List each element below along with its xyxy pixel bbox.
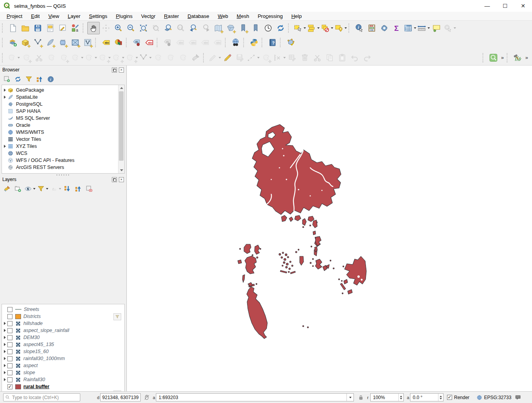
menu-settings[interactable]: Settings xyxy=(85,12,111,20)
open-project-button[interactable] xyxy=(19,22,32,34)
menu-project[interactable]: Project xyxy=(2,12,27,20)
identify-features-button[interactable] xyxy=(353,22,366,34)
browser-item-ms-sql-server[interactable]: MS SQL Server xyxy=(2,115,124,122)
dropdown-arrow-icon[interactable] xyxy=(149,57,152,59)
toolbar-grip[interactable] xyxy=(243,38,247,47)
new-shapefile-layer-button[interactable] xyxy=(32,36,44,49)
magnifier-spinbox[interactable]: 100% xyxy=(370,393,404,401)
geometry-checker-button[interactable] xyxy=(285,36,297,49)
expand-arrow[interactable] xyxy=(2,378,7,381)
python-console-button[interactable] xyxy=(248,36,260,49)
dropdown-arrow-icon[interactable] xyxy=(283,57,286,59)
expand-arrow[interactable] xyxy=(2,145,7,148)
open-attribute-table-button[interactable] xyxy=(403,22,417,34)
browser-item-wcs[interactable]: WCS xyxy=(2,150,124,157)
grass-tools-button[interactable] xyxy=(511,51,524,64)
layer-row-slope[interactable]: slope xyxy=(2,369,124,376)
expand-arrow[interactable] xyxy=(2,329,7,332)
style-manager-button[interactable] xyxy=(69,22,81,34)
messages-button[interactable] xyxy=(514,393,522,401)
dropdown-arrow-icon[interactable] xyxy=(81,57,83,59)
dropdown-arrow-icon[interactable] xyxy=(345,27,347,29)
menu-database[interactable]: Database xyxy=(183,12,214,20)
menu-layer[interactable]: Layer xyxy=(64,12,85,20)
save-project-button[interactable] xyxy=(32,22,44,34)
expand-arrow[interactable] xyxy=(2,322,7,325)
rotation-spinbox[interactable]: 0.0 ° xyxy=(410,393,444,401)
new-spatialite-layer-button[interactable] xyxy=(44,36,57,49)
minimize-button[interactable]: — xyxy=(478,0,496,12)
toolbar-grip[interactable] xyxy=(203,53,207,62)
browser-item-oracle[interactable]: Oracle xyxy=(2,122,124,129)
layers-float-button[interactable] xyxy=(112,177,117,182)
menu-web[interactable]: Web xyxy=(214,12,233,20)
browser-scrollbar[interactable] xyxy=(118,85,124,173)
field-calculator-button[interactable] xyxy=(366,22,378,34)
open-layer-styling-button[interactable] xyxy=(2,184,12,194)
zoom-last-button[interactable] xyxy=(187,22,200,34)
toolbar-grip[interactable] xyxy=(126,38,129,47)
refresh-browser-button[interactable] xyxy=(13,75,23,84)
zoom-in-button[interactable] xyxy=(112,22,125,34)
browser-item-arcgis-rest-servers[interactable]: ArcGIS REST Servers xyxy=(2,164,124,171)
toolbar-grip[interactable] xyxy=(507,53,510,62)
layer-row-districts[interactable]: Districts xyxy=(2,313,124,320)
help-contents-button[interactable] xyxy=(266,36,279,49)
menu-raster[interactable]: Raster xyxy=(160,12,183,20)
layer-visibility-checkbox[interactable] xyxy=(7,349,12,354)
toolbar-grip[interactable] xyxy=(288,23,292,33)
layer-visibility-checkbox[interactable] xyxy=(7,321,12,326)
browser-item-vector-tiles[interactable]: Vector Tiles xyxy=(2,136,124,143)
scrollbar-thumb[interactable] xyxy=(119,91,124,161)
menu-mesh[interactable]: Mesh xyxy=(232,12,253,20)
layer-visibility-checkbox[interactable] xyxy=(7,363,12,368)
zoom-to-layer-button[interactable] xyxy=(162,22,175,34)
toolbar-grip[interactable] xyxy=(2,53,5,62)
new-mesh-layer-button[interactable] xyxy=(69,36,81,49)
add-selected-layers-button[interactable] xyxy=(2,75,12,84)
layer-row-aspect-slope-rainfall[interactable]: aspect_slope_rainfall xyxy=(2,327,124,334)
dropdown-arrow-icon[interactable] xyxy=(46,188,48,190)
toolbar-grip[interactable] xyxy=(2,23,5,33)
menu-edit[interactable]: Edit xyxy=(27,12,44,20)
layer-diagram-options-button[interactable] xyxy=(112,36,125,49)
show-spatial-bookmarks-button[interactable] xyxy=(249,22,262,34)
render-toggle[interactable]: ✓ Render xyxy=(447,393,469,401)
new-map-view-button[interactable] xyxy=(212,22,224,34)
toggle-editing-button[interactable] xyxy=(221,51,234,64)
new-spatial-bookmark-button[interactable] xyxy=(237,22,249,34)
menu-view[interactable]: View xyxy=(44,12,64,20)
menu-help[interactable]: Help xyxy=(287,12,306,20)
browser-item-geopackage[interactable]: GeoPackage xyxy=(2,87,124,94)
temporal-controller-button[interactable] xyxy=(262,22,274,34)
layer-visibility-checkbox[interactable] xyxy=(7,328,12,333)
toolbar-grip[interactable] xyxy=(262,38,265,47)
expand-arrow[interactable] xyxy=(2,364,7,367)
browser-item-wms-wmts[interactable]: WMS/WMTS xyxy=(2,129,124,136)
lock-scale-button[interactable] xyxy=(358,393,365,401)
layer-visibility-checkbox[interactable] xyxy=(7,307,12,312)
pin-labels-diagrams-button[interactable] xyxy=(131,36,143,49)
layer-visibility-checkbox[interactable] xyxy=(7,335,12,340)
collapse-all-button[interactable] xyxy=(74,184,83,194)
render-checkbox[interactable]: ✓ xyxy=(447,395,452,400)
dropdown-arrow-icon[interactable] xyxy=(33,188,35,190)
metasearch-button[interactable] xyxy=(230,36,242,49)
dropdown-arrow-icon[interactable] xyxy=(454,27,456,29)
layer-row-aspect45-135[interactable]: aspect45_135 xyxy=(2,341,124,348)
layer-row-rainfall30-1000mm[interactable]: rainfall30_1000mm xyxy=(2,355,124,362)
highlight-pinned-labels-button[interactable] xyxy=(143,36,156,49)
scale-dropdown-arrow[interactable] xyxy=(346,394,353,401)
new-3d-map-view-button[interactable] xyxy=(224,22,237,34)
dropdown-arrow-icon[interactable] xyxy=(257,57,260,59)
toolbar-grip[interactable] xyxy=(348,23,352,33)
layer-filter-indicator[interactable] xyxy=(113,313,121,320)
layer-row-rainfall30[interactable]: Rainfall30 xyxy=(2,376,124,383)
scroll-down-button[interactable] xyxy=(118,167,124,173)
expand-arrow[interactable] xyxy=(2,89,7,92)
search-plugin-button[interactable] xyxy=(487,51,500,64)
magnifier-spinner[interactable] xyxy=(398,394,403,401)
toolbar-grip[interactable] xyxy=(2,38,5,47)
rotation-spinner[interactable] xyxy=(438,394,443,401)
scale-combobox[interactable]: 1:693203 xyxy=(156,393,354,401)
